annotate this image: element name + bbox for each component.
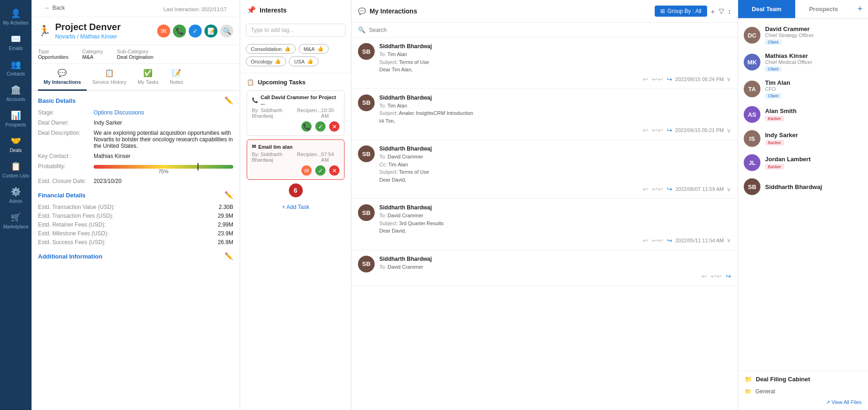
sort-interactions-button[interactable]: ↕: [728, 7, 732, 15]
task-item-1[interactable]: 📞 Call David Crammer for Project ... By:…: [247, 90, 345, 136]
tag-1[interactable]: M&A👍: [299, 44, 329, 54]
reply-back-4[interactable]: ↩: [702, 272, 707, 280]
member-name-0: David Crammer: [765, 25, 862, 32]
sidebar-item-emails[interactable]: ✉️ Emails: [0, 30, 32, 55]
tag-thumb-1[interactable]: 👍: [317, 46, 324, 52]
reply-all-2[interactable]: ↩↩: [652, 185, 663, 193]
additional-info-edit-button[interactable]: ✏️: [224, 252, 233, 260]
tag-0[interactable]: Consolidation👍: [246, 44, 296, 54]
basic-details-edit-button[interactable]: ✏️: [224, 96, 233, 105]
task-1-call-button[interactable]: 📞: [301, 121, 312, 132]
tab-deal-team[interactable]: Deal Team: [738, 0, 795, 18]
team-member-4[interactable]: IS Indy Sarker Banker: [738, 126, 868, 151]
sidebar-item-marketplace[interactable]: 🛒 Marketplace: [0, 208, 32, 233]
tab-service-history[interactable]: 📋 Service History: [87, 64, 132, 91]
reply-all-1[interactable]: ↩↩: [652, 126, 663, 134]
add-tab-button[interactable]: +: [852, 0, 868, 18]
stage-value[interactable]: Options Discussions: [94, 109, 233, 116]
reply-back-2[interactable]: ↩: [643, 185, 648, 193]
tag-2[interactable]: Oncology👍: [246, 57, 286, 66]
add-task-button[interactable]: + Add Task: [247, 201, 345, 213]
interaction-item-2[interactable]: SB Siddharth Bhardwaj To: David CrammerC…: [351, 140, 738, 199]
email-icon: ✉️: [11, 34, 21, 44]
sidebar-item-prospects[interactable]: 📊 Prospects: [0, 107, 32, 131]
forward-2[interactable]: ↪: [667, 185, 672, 193]
tab-prospects[interactable]: Prospects: [795, 0, 852, 18]
reply-all-3[interactable]: ↩↩: [652, 237, 663, 244]
deal-subtitle[interactable]: Novartis / Mathias Kinser: [55, 33, 121, 40]
sidebar-item-contacts[interactable]: 👥 Contacts: [0, 56, 32, 80]
reply-all-4[interactable]: ↩↩: [711, 272, 722, 280]
task-1-delete-button[interactable]: ✕: [329, 121, 339, 132]
interaction-expand-2[interactable]: ∨: [727, 186, 731, 193]
team-member-3[interactable]: AS Alan Smith Banker: [738, 102, 868, 126]
task-action-button[interactable]: ✓: [189, 25, 202, 38]
category-value: M&A: [82, 54, 93, 60]
member-avatar-2: TA: [744, 81, 760, 97]
team-member-6[interactable]: SB Siddharth Bhardwaj: [738, 175, 868, 199]
task-2-delete-button[interactable]: ✕: [329, 165, 339, 176]
tag-label-0: Consolidation: [251, 46, 282, 52]
member-info-4: Indy Sarker Banker: [765, 132, 862, 145]
note-action-button[interactable]: 📝: [204, 25, 217, 38]
sidebar-item-accounts[interactable]: 🏛️ Accounts: [0, 81, 32, 106]
forward-1[interactable]: ↪: [667, 126, 672, 134]
tab-my-interactions[interactable]: 💬 My Interactions: [38, 64, 87, 91]
reply-back-0[interactable]: ↩: [643, 76, 648, 83]
member-avatar-6: SB: [744, 178, 760, 195]
sidebar-item-my-activities[interactable]: 👤 My Activities: [0, 5, 32, 29]
interaction-name-3: Siddharth Bhardwaj: [379, 204, 731, 211]
reply-back-3[interactable]: ↩: [643, 237, 648, 244]
tag-thumb-2[interactable]: 👍: [274, 58, 281, 64]
closure-date-label: Estd. Closure Date:: [38, 178, 94, 184]
forward-0[interactable]: ↪: [667, 76, 672, 83]
call-action-button[interactable]: 📞: [173, 25, 186, 38]
interaction-expand-0[interactable]: ∨: [727, 76, 731, 82]
forward-3[interactable]: ↪: [667, 237, 672, 244]
tag-input[interactable]: Type to add tag...: [246, 24, 345, 37]
view-all-files-button[interactable]: ↗ View All Files: [745, 399, 862, 405]
interaction-item-0[interactable]: SB Siddharth Bhardwaj To: Tim AlanSubjec…: [351, 38, 738, 89]
interactions-toolbar: ⊞ Group By : All + ▽ ↕: [655, 6, 731, 17]
task-1-complete-button[interactable]: ✓: [315, 121, 326, 132]
sidebar-label-accounts: Accounts: [6, 97, 25, 102]
task-2-email-button[interactable]: ✉: [301, 165, 312, 176]
forward-4[interactable]: ↪: [726, 272, 731, 280]
sidebar-item-custom-lists[interactable]: 📋 Custom Lists: [0, 158, 32, 182]
team-member-0[interactable]: DC David Crammer Chief Strategy Officer …: [738, 22, 868, 49]
search-input[interactable]: [369, 27, 731, 33]
sidebar-item-admin[interactable]: ⚙️ Admin: [0, 183, 32, 208]
sidebar-item-deals[interactable]: 🤝 Deals: [0, 132, 32, 157]
additional-info-title: Additional Information: [38, 253, 102, 260]
team-member-5[interactable]: JL Jordan Lambert Banker: [738, 151, 868, 175]
interaction-item-4[interactable]: SB Siddharth Bhardwaj To: David Crammer …: [351, 250, 738, 286]
task-2-complete-button[interactable]: ✓: [315, 165, 326, 176]
email-action-button[interactable]: ✉: [157, 25, 170, 38]
tab-notes[interactable]: 📝 Notes: [164, 64, 189, 91]
avatar-3: SB: [358, 204, 375, 221]
group-by-button[interactable]: ⊞ Group By : All: [655, 6, 707, 17]
task-count-badge[interactable]: 6: [289, 183, 303, 197]
interaction-expand-1[interactable]: ∨: [727, 127, 731, 134]
search-action-button[interactable]: 🔍: [220, 25, 233, 38]
tag-thumb-3[interactable]: 👍: [307, 58, 313, 64]
tab-my-tasks[interactable]: ✅ My Tasks: [132, 64, 165, 91]
filter-interactions-button[interactable]: ▽: [719, 7, 724, 15]
add-interaction-button[interactable]: +: [711, 7, 715, 15]
filing-cabinet-general[interactable]: 📁 General: [745, 386, 862, 397]
task-item-2[interactable]: ✉ Email tim alan By: Siddharth Bhardwaj …: [247, 139, 345, 180]
reply-all-0[interactable]: ↩↩: [652, 76, 663, 83]
type-label: Type: [38, 49, 68, 54]
team-member-1[interactable]: MK Mathias Kinser Chief Medical Officer …: [738, 49, 868, 76]
team-member-2[interactable]: TA Tim Alan CFO Client: [738, 76, 868, 102]
sidebar-label-admin: Admin: [9, 199, 22, 204]
tag-label-2: Oncology: [251, 59, 272, 64]
interaction-expand-3[interactable]: ∨: [727, 237, 731, 244]
tag-3[interactable]: USA👍: [289, 57, 319, 66]
tag-thumb-0[interactable]: 👍: [284, 46, 291, 52]
interaction-item-1[interactable]: SB Siddharth Bhardwaj To: Tim AlanSubjec…: [351, 89, 738, 140]
reply-back-1[interactable]: ↩: [643, 126, 648, 134]
interaction-item-3[interactable]: SB Siddharth Bhardwaj To: David CrammerS…: [351, 199, 738, 250]
back-button[interactable]: ← Back: [45, 5, 65, 11]
financial-details-edit-button[interactable]: ✏️: [224, 191, 233, 199]
